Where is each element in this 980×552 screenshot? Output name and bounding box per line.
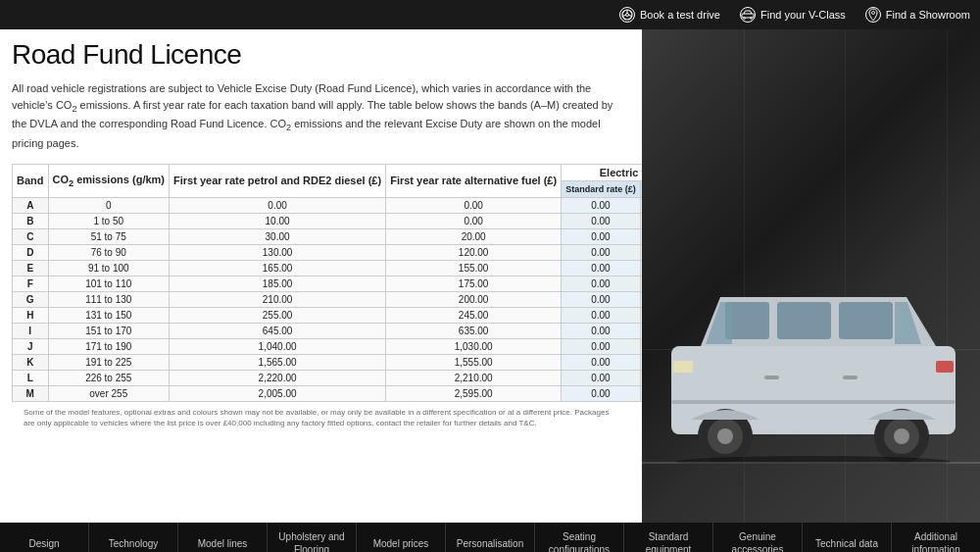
table-cell: 0.00 — [562, 370, 641, 385]
table-cell: 1,040.00 — [170, 338, 386, 354]
book-test-drive-label: Book a test drive — [640, 9, 720, 21]
table-cell: 101 to 110 — [48, 276, 170, 291]
table-cell: H — [13, 307, 49, 323]
table-cell: 120.00 — [386, 244, 562, 260]
svg-rect-21 — [671, 400, 956, 404]
table-cell: 171 to 190 — [48, 338, 170, 354]
svg-point-1 — [626, 14, 629, 17]
table-cell: 111 to 130 — [48, 291, 170, 307]
nav-personalisation[interactable]: Personalisation — [446, 523, 535, 552]
find-showroom-label: Find a Showroom — [886, 9, 970, 21]
table-cell: 0.00 — [562, 244, 641, 260]
nav-additional-info[interactable]: Additional information — [892, 523, 980, 552]
left-panel: Road Fund Licence All road vehicle regis… — [0, 29, 642, 523]
table-cell: 165.00 — [170, 260, 386, 276]
svg-point-8 — [871, 12, 874, 15]
nav-model-prices[interactable]: Model prices — [357, 523, 446, 552]
table-row: F101 to 110185.00175.000.000.00170.00560… — [13, 276, 643, 291]
table-cell: 1 to 50 — [48, 213, 170, 228]
table-cell: 155.00 — [386, 260, 562, 276]
svg-point-15 — [717, 428, 733, 444]
find-showroom-nav[interactable]: Find a Showroom — [865, 7, 970, 23]
table-cell: I — [13, 323, 49, 338]
top-navigation: Book a test drive Find your V-Class Find… — [0, 0, 980, 29]
table-cell: 2,595.00 — [386, 385, 562, 401]
table-cell: 51 to 75 — [48, 228, 170, 244]
bottom-navigation: Design Technology Model lines Upholstery… — [0, 523, 980, 552]
table-cell: 151 to 170 — [48, 323, 170, 338]
table-cell: 226 to 255 — [48, 370, 170, 385]
table-cell: 0.00 — [386, 213, 562, 228]
find-vclass-label: Find your V-Class — [760, 9, 846, 21]
table-cell: E — [13, 260, 49, 276]
table-cell: 1,565.00 — [170, 354, 386, 370]
table-cell: L — [13, 370, 49, 385]
book-test-drive-nav[interactable]: Book a test drive — [619, 7, 720, 23]
table-cell: G — [13, 291, 49, 307]
table-cell: B — [13, 213, 49, 228]
table-cell: 255.00 — [170, 307, 386, 323]
car-svg — [652, 268, 975, 464]
table-row: E91 to 100165.00155.000.000.00170.00560.… — [13, 260, 643, 276]
table-row: A00.000.000.000.000.000.000.000.00 — [13, 197, 643, 213]
nav-design[interactable]: Design — [0, 523, 89, 552]
table-cell: over 255 — [48, 385, 170, 401]
table-cell: 130.00 — [170, 244, 386, 260]
table-cell: 1,030.00 — [386, 338, 562, 354]
table-cell: 185.00 — [170, 276, 386, 291]
table-cell: 0.00 — [562, 276, 641, 291]
main-content: Road Fund Licence All road vehicle regis… — [0, 29, 980, 523]
table-cell: 2,210.00 — [386, 370, 562, 385]
table-cell: 0.00 — [562, 291, 641, 307]
table-cell: 0.00 — [562, 260, 641, 276]
table-cell: 191 to 225 — [48, 354, 170, 370]
fy-alt-header: First year rate alternative fuel (£) — [386, 164, 562, 197]
table-cell: J — [13, 338, 49, 354]
nav-model-lines[interactable]: Model lines — [178, 523, 268, 552]
table-cell: 0.00 — [562, 323, 641, 338]
nav-technical-data[interactable]: Technical data — [803, 523, 892, 552]
location-icon — [865, 7, 881, 23]
svg-rect-20 — [936, 361, 954, 373]
table-cell: D — [13, 244, 49, 260]
nav-upholstery[interactable]: Upholstery and Flooring — [268, 523, 357, 552]
table-row: C51 to 7530.0020.000.000.00170.00560.001… — [13, 228, 643, 244]
table-cell: 0.00 — [386, 197, 562, 213]
table-cell: 0.00 — [562, 385, 641, 401]
table-cell: 0.00 — [562, 307, 641, 323]
table-cell: 245.00 — [386, 307, 562, 323]
table-row: H131 to 150255.00245.000.000.00170.00560… — [13, 307, 643, 323]
intro-paragraph: All road vehicle registrations are subje… — [12, 80, 630, 152]
table-row: I151 to 170645.00635.000.000.00170.00560… — [13, 323, 643, 338]
nav-standard-equipment[interactable]: Standard equipment — [624, 523, 713, 552]
table-row: K191 to 2251,565.001,555.000.000.00170.0… — [13, 354, 643, 370]
svg-rect-11 — [777, 302, 831, 339]
table-cell: 210.00 — [170, 291, 386, 307]
nav-technology[interactable]: Technology — [89, 523, 178, 552]
table-cell: 30.00 — [170, 228, 386, 244]
table-cell: 2,220.00 — [170, 370, 386, 385]
car-image-panel — [642, 29, 980, 523]
tax-table: Band CO2 emissions (g/km) First year rat… — [12, 164, 642, 402]
table-cell: M — [13, 385, 49, 401]
table-cell: 0.00 — [562, 338, 641, 354]
car-icon — [740, 7, 756, 23]
table-row: L226 to 2552,220.002,210.000.000.00170.0… — [13, 370, 643, 385]
table-cell: 2,005.00 — [170, 385, 386, 401]
co2-header: CO2 emissions (g/km) — [48, 164, 170, 197]
svg-point-18 — [894, 428, 909, 444]
fy-petrol-header: First year rate petrol and RDE2 diesel (… — [170, 164, 386, 197]
nav-accessories[interactable]: Genuine accessories — [713, 523, 803, 552]
table-cell: 131 to 150 — [48, 307, 170, 323]
table-cell: 645.00 — [170, 323, 386, 338]
table-cell: 20.00 — [386, 228, 562, 244]
steering-wheel-icon — [619, 7, 635, 23]
nav-seating[interactable]: Seating configurations — [535, 523, 624, 552]
table-row: D76 to 90130.00120.000.000.00170.00560.0… — [13, 244, 643, 260]
table-cell: A — [13, 197, 49, 213]
table-cell: F — [13, 276, 49, 291]
table-cell: 200.00 — [386, 291, 562, 307]
table-cell: 0.00 — [562, 354, 641, 370]
find-vclass-nav[interactable]: Find your V-Class — [740, 7, 846, 23]
band-header: Band — [13, 164, 49, 197]
